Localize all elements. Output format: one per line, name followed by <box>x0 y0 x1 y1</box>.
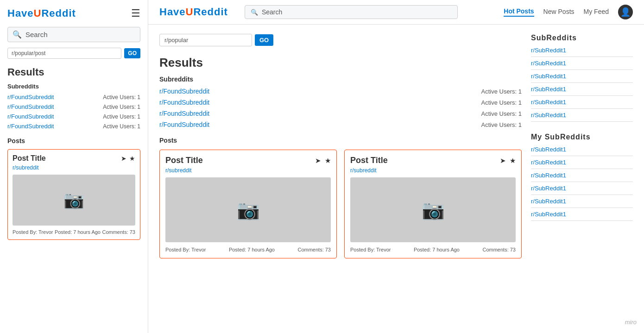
nav-links: Hot Posts New Posts My Feed 👤 <box>504 5 633 19</box>
sidebar-url-row: GO <box>7 48 140 59</box>
result-share-icon-1[interactable]: ➤ <box>315 157 321 165</box>
result-image-icon-1: 📷 <box>237 199 260 221</box>
sidebar-posted-ago: Posted: 7 hours Ago <box>55 229 101 235</box>
sidebar-post-image: 📷 <box>13 175 135 226</box>
nav-logo: HaveUReddit <box>159 6 228 18</box>
result-comments-1: Comments: 73 <box>297 247 331 252</box>
nav-hot-posts[interactable]: Hot Posts <box>504 7 534 17</box>
nav-search-input[interactable] <box>262 8 452 16</box>
right-my-subreddit-link-2[interactable]: r/SubReddit1 <box>531 159 633 169</box>
results-subreddits-list: r/FoundSubreddit Active Users: 1 r/Found… <box>159 88 522 128</box>
logo-have: Have <box>7 7 34 19</box>
results-subreddit-row-3: r/FoundSubreddit Active Users: 1 <box>159 110 522 117</box>
sidebar-subreddit-row: r/FoundSubreddit Active Users: 1 <box>7 113 140 120</box>
logo-reddit: Reddit <box>41 7 76 19</box>
sidebar-results-title: Results <box>7 66 140 78</box>
nav-avatar[interactable]: 👤 <box>618 5 633 19</box>
results-active-users-3: Active Users: 1 <box>481 110 522 117</box>
result-share-icon-2[interactable]: ➤ <box>500 157 506 165</box>
right-subreddit-link-6[interactable]: r/SubReddit1 <box>531 112 633 122</box>
sidebar-share-icon[interactable]: ➤ <box>121 155 126 162</box>
sidebar-subreddit-link-2[interactable]: r/FoundSubreddit <box>7 103 54 110</box>
nav-logo-reddit: Reddit <box>193 6 227 18</box>
result-comments-2: Comments: 73 <box>482 247 516 252</box>
sidebar-subreddit-row: r/FoundSubreddit Active Users: 1 <box>7 123 140 130</box>
right-subreddit-link-2[interactable]: r/SubReddit1 <box>531 60 633 70</box>
nav-new-posts[interactable]: New Posts <box>543 8 575 16</box>
sidebar-comments: Comments: 73 <box>102 229 135 235</box>
sidebar-active-users-2: Active Users: 1 <box>103 104 140 110</box>
nav-search-icon: 🔍 <box>251 9 258 16</box>
sidebar-search-input[interactable] <box>25 31 135 38</box>
nav-logo-u: U <box>186 6 194 18</box>
result-post-title-2: Post Title <box>350 156 388 165</box>
right-subreddit-link-3[interactable]: r/SubReddit1 <box>531 73 633 83</box>
sidebar-post-title: Post Title <box>13 154 46 163</box>
sidebar-active-users-1: Active Users: 1 <box>103 94 140 101</box>
sidebar-post-card-header: Post Title ➤ ★ <box>13 154 135 163</box>
sidebar-post-icons: ➤ ★ <box>121 155 135 162</box>
result-post-footer-2: Posted By: Trevor Posted: 7 hours Ago Co… <box>350 247 516 252</box>
left-logo: HaveUReddit <box>7 7 76 19</box>
left-sidebar-header: HaveUReddit ☰ <box>7 7 140 19</box>
main-url-row: GO <box>159 34 522 46</box>
right-my-subreddit-link-5[interactable]: r/SubReddit1 <box>531 198 633 208</box>
main-wrapper: HaveUReddit 🔍 Hot Posts New Posts My Fee… <box>148 0 644 333</box>
result-posted-ago-1: Posted: 7 hours Ago <box>229 247 275 252</box>
main-go-button[interactable]: GO <box>255 34 273 46</box>
content-area: GO Results Subreddits r/FoundSubreddit A… <box>159 34 522 324</box>
results-subreddit-row-1: r/FoundSubreddit Active Users: 1 <box>159 88 522 95</box>
results-posts-label: Posts <box>159 137 522 144</box>
right-subreddits-title: SubReddits <box>531 34 633 42</box>
sidebar-go-button[interactable]: GO <box>124 48 140 58</box>
sidebar-subreddits-list: r/FoundSubreddit Active Users: 1 r/Found… <box>7 94 140 130</box>
nav-my-feed[interactable]: My Feed <box>584 8 609 16</box>
sidebar-subreddit-link-4[interactable]: r/FoundSubreddit <box>7 123 54 130</box>
results-subreddit-link-4[interactable]: r/FoundSubreddit <box>159 121 209 128</box>
right-my-subreddit-link-6[interactable]: r/SubReddit1 <box>531 211 633 221</box>
sidebar-subreddit-link-3[interactable]: r/FoundSubreddit <box>7 113 54 120</box>
results-subreddit-row-2: r/FoundSubreddit Active Users: 1 <box>159 99 522 106</box>
right-my-subreddit-link-4[interactable]: r/SubReddit1 <box>531 185 633 195</box>
sidebar-post-card: Post Title ➤ ★ r/subreddit 📷 Posted By: … <box>7 149 140 240</box>
result-post-title-1: Post Title <box>165 156 203 165</box>
results-subreddit-link-1[interactable]: r/FoundSubreddit <box>159 88 209 95</box>
result-posted-ago-2: Posted: 7 hours Ago <box>414 247 460 252</box>
result-subreddit-link-2[interactable]: r/subreddit <box>350 167 516 174</box>
right-subreddits-section: SubReddits r/SubReddit1 r/SubReddit1 r/S… <box>531 34 633 122</box>
result-post-image-1: 📷 <box>165 177 331 242</box>
result-posted-by-1: Posted By: Trevor <box>165 247 206 252</box>
result-post-image-2: 📷 <box>350 177 516 242</box>
hamburger-icon[interactable]: ☰ <box>131 7 140 19</box>
right-my-subreddit-link-3[interactable]: r/SubReddit1 <box>531 172 633 182</box>
result-star-icon-1[interactable]: ★ <box>325 157 331 165</box>
result-post-card-2: Post Title ➤ ★ r/subreddit 📷 Posted By: … <box>344 150 522 258</box>
sidebar-subreddit-link-1[interactable]: r/FoundSubreddit <box>7 94 54 101</box>
sidebar-post-subreddit-link[interactable]: r/subreddit <box>13 164 135 171</box>
sidebar-subreddits-label: Subreddits <box>7 83 140 90</box>
results-active-users-4: Active Users: 1 <box>481 121 522 128</box>
nav-logo-have: Have <box>159 6 186 18</box>
sidebar-posts-label: Posts <box>7 137 140 145</box>
result-image-icon-2: 📷 <box>422 199 445 221</box>
result-post-header-2: Post Title ➤ ★ <box>350 156 516 165</box>
sidebar-active-users-3: Active Users: 1 <box>103 113 140 120</box>
results-subreddit-link-2[interactable]: r/FoundSubreddit <box>159 99 209 106</box>
main-url-input[interactable] <box>159 34 252 46</box>
results-subreddit-link-3[interactable]: r/FoundSubreddit <box>159 110 209 117</box>
right-my-subreddits-section: My SubReddits r/SubReddit1 r/SubReddit1 … <box>531 133 633 221</box>
right-subreddit-link-1[interactable]: r/SubReddit1 <box>531 47 633 57</box>
results-posts-grid: Post Title ➤ ★ r/subreddit 📷 Posted By: … <box>159 150 522 258</box>
sidebar-image-icon: 📷 <box>63 190 84 210</box>
miro-watermark: miro <box>625 319 637 326</box>
sidebar-url-input[interactable] <box>7 48 121 59</box>
result-star-icon-2[interactable]: ★ <box>510 157 516 165</box>
sidebar-star-icon[interactable]: ★ <box>129 155 135 162</box>
right-subreddit-link-4[interactable]: r/SubReddit1 <box>531 86 633 96</box>
sidebar-subreddit-row: r/FoundSubreddit Active Users: 1 <box>7 103 140 110</box>
right-subreddit-link-5[interactable]: r/SubReddit1 <box>531 99 633 109</box>
left-sidebar: HaveUReddit ☰ 🔍 GO Results Subreddits r/… <box>0 0 148 333</box>
result-subreddit-link-1[interactable]: r/subreddit <box>165 167 331 174</box>
right-my-subreddit-link-1[interactable]: r/SubReddit1 <box>531 146 633 156</box>
results-title: Results <box>159 56 522 70</box>
